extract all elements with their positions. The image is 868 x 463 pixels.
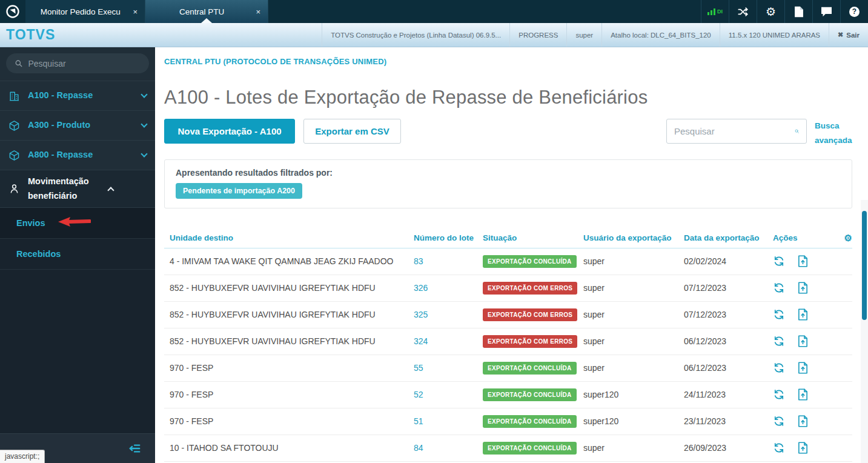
env-product: TOTVS Construção e Projetos (Linha Datas… xyxy=(322,23,509,47)
table-search[interactable] xyxy=(666,119,807,144)
export-file-icon[interactable] xyxy=(798,255,808,267)
search-icon[interactable] xyxy=(795,125,799,137)
logout-label: Sair xyxy=(846,32,860,39)
sidebar-item-a100-repasse[interactable]: A100 - Repasse xyxy=(0,81,155,111)
sidebar-subitem-recebidos[interactable]: Recebidos xyxy=(0,239,155,270)
tab-close-icon[interactable]: × xyxy=(256,7,260,16)
filter-chip[interactable]: Pendentes de importação A200 xyxy=(176,183,302,199)
chevron-up-icon xyxy=(107,187,114,193)
export-file-icon[interactable] xyxy=(798,415,808,427)
table-row: 852 - HUYBUXEFVR UAVIVIHAU IGREFYTIAK HD… xyxy=(164,302,852,328)
reprocess-icon[interactable] xyxy=(773,308,785,321)
reprocess-icon[interactable] xyxy=(773,415,785,427)
environment-bar: TOTVS TOTVS Construção e Projetos (Linha… xyxy=(0,23,868,47)
status-badge: EXPORTAÇÃO COM ERROS xyxy=(483,282,577,295)
chevron-down-icon xyxy=(141,150,147,157)
column-header[interactable]: Ações xyxy=(773,233,833,242)
sidebar-item-movimentacao-beneficiario[interactable]: Movimentação beneficiário xyxy=(0,170,155,208)
new-export-button[interactable]: Nova Exportação - A100 xyxy=(164,119,295,144)
table-settings-gear-icon[interactable]: ⚙ xyxy=(844,233,852,243)
sidebar-item-a800-repasse[interactable]: A800 - Repasse xyxy=(0,141,155,170)
column-header[interactable]: Usuário da exportação xyxy=(583,233,684,242)
cell-unit: 852 - HUYBUXEFVR UAVIVIHAU IGREFYTIAK HD… xyxy=(164,310,414,319)
reprocess-icon[interactable] xyxy=(773,335,785,347)
sidebar-item-label: A100 - Repasse xyxy=(28,88,134,102)
collapse-sidebar-icon[interactable] xyxy=(128,443,142,454)
advanced-search-link[interactable]: Busca avançada xyxy=(815,119,852,148)
active-tab-pointer xyxy=(201,18,212,23)
lot-number-link[interactable]: 326 xyxy=(414,283,428,293)
lot-number-link[interactable]: 84 xyxy=(414,443,423,453)
tab-label: Central PTU xyxy=(153,7,251,16)
export-file-icon[interactable] xyxy=(798,442,808,454)
sidebar-search[interactable] xyxy=(6,53,149,73)
reprocess-icon[interactable] xyxy=(773,255,785,267)
table-search-input[interactable] xyxy=(674,126,795,136)
cell-unit: 10 - ITAHOD SA FTOTOUJU xyxy=(164,443,414,453)
status-badge: EXPORTAÇÃO CONCLUÍDA xyxy=(483,362,577,375)
logout-button[interactable]: ✖ Sair xyxy=(829,23,868,47)
connection-status-indicator[interactable]: DI xyxy=(701,0,729,23)
table-row: 970 - FESP52EXPORTAÇÃO CONCLUÍDAsuper120… xyxy=(164,382,852,408)
status-badge: EXPORTAÇÃO CONCLUÍDA xyxy=(483,442,577,455)
cell-unit: 852 - HUYBUXEFVR UAVIVIHAU IGREFYTIAK HD… xyxy=(164,336,414,346)
export-file-icon[interactable] xyxy=(798,308,808,321)
status-badge: EXPORTAÇÃO CONCLUÍDA xyxy=(483,255,577,268)
chat-icon[interactable] xyxy=(812,0,840,23)
tab-monitor-pedido[interactable]: Monitor Pedido Execu × xyxy=(25,0,145,23)
filter-label: Apresentando resultados filtrados por: xyxy=(176,168,841,178)
signal-bars-icon xyxy=(707,8,715,15)
sidebar-item-a300-produto[interactable]: A300 - Produto xyxy=(0,111,155,141)
lot-number-link[interactable]: 52 xyxy=(414,390,423,399)
sidebar-item-label: A300 - Produto xyxy=(28,118,134,132)
export-file-icon[interactable] xyxy=(798,388,808,401)
sidebar-search-input[interactable] xyxy=(28,59,141,68)
reprocess-icon[interactable] xyxy=(773,442,785,454)
lot-number-link[interactable]: 83 xyxy=(414,256,423,266)
scrollbar-thumb[interactable] xyxy=(862,211,867,320)
filter-panel: Apresentando resultados filtrados por: P… xyxy=(164,159,852,208)
sidebar-subitem-label: Recebidos xyxy=(16,249,61,259)
tab-central-ptu[interactable]: Central PTU × xyxy=(145,0,268,23)
cell-user: super120 xyxy=(583,390,684,399)
cell-date: 07/12/2023 xyxy=(684,283,773,293)
cell-user: super xyxy=(583,283,684,293)
cell-date: 24/11/2023 xyxy=(684,390,773,399)
env-shortcut: Atalho local: DLC_64_BITS_120 xyxy=(601,23,720,47)
export-file-icon[interactable] xyxy=(798,362,808,374)
sidebar: A100 - Repasse A300 - Produto A800 - Rep… xyxy=(0,47,155,463)
chevron-down-icon xyxy=(141,121,147,127)
lot-number-link[interactable]: 55 xyxy=(414,363,423,373)
status-badge: EXPORTAÇÃO COM ERROS xyxy=(483,335,577,348)
tab-close-icon[interactable]: × xyxy=(133,7,137,16)
lot-number-link[interactable]: 325 xyxy=(414,310,428,319)
export-file-icon[interactable] xyxy=(798,335,808,347)
document-icon[interactable] xyxy=(784,0,812,23)
help-icon[interactable]: ? xyxy=(840,0,868,23)
breadcrumb[interactable]: CENTRAL PTU (PROTOCOLO DE TRANSAÇÕES UNI… xyxy=(164,57,852,66)
reprocess-icon[interactable] xyxy=(773,282,785,294)
lot-number-link[interactable]: 51 xyxy=(414,416,423,426)
sidebar-subitem-envios[interactable]: Envios xyxy=(0,208,155,239)
column-header[interactable]: Número do lote xyxy=(414,233,483,242)
scrollbar-track[interactable] xyxy=(861,200,868,463)
reprocess-icon[interactable] xyxy=(773,388,785,401)
totvs-logo-icon[interactable] xyxy=(0,0,25,23)
lot-number-link[interactable]: 324 xyxy=(414,336,428,346)
env-version: 11.5.x 120 UNIMED ARARAS xyxy=(720,23,829,47)
column-header[interactable]: Situação xyxy=(483,233,583,242)
export-csv-button[interactable]: Exportar em CSV xyxy=(303,119,401,144)
reprocess-icon[interactable] xyxy=(773,362,785,374)
cell-unit: 852 - HUYBUXEFVR UAVIVIHAU IGREFYTIAK HD… xyxy=(164,283,414,293)
shuffle-icon[interactable] xyxy=(729,0,757,23)
settings-gear-icon[interactable]: ⚙ xyxy=(757,0,784,23)
brand-logo: TOTVS xyxy=(6,27,55,43)
column-header[interactable]: Unidade destino xyxy=(164,233,414,242)
column-header[interactable]: Data da exportação xyxy=(684,233,773,242)
cube-icon xyxy=(8,150,20,161)
red-annotation-arrow xyxy=(56,215,91,228)
close-icon: ✖ xyxy=(838,31,843,39)
env-user: super xyxy=(566,23,601,47)
export-file-icon[interactable] xyxy=(798,282,808,294)
table-row: 970 - FESP55EXPORTAÇÃO CONCLUÍDAsuper06/… xyxy=(164,355,852,382)
